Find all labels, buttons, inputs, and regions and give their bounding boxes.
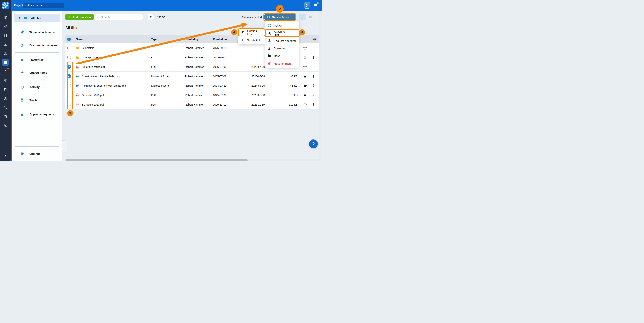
rail-item-tags[interactable]	[2, 23, 9, 30]
created-by: Robert Hammer	[185, 43, 204, 53]
favourite-star-button[interactable]	[303, 55, 307, 60]
sidebar-divider	[15, 146, 59, 147]
scrollbar-thumb[interactable]	[66, 159, 248, 161]
rail-item-flag[interactable]	[2, 86, 9, 93]
column-header-type[interactable]: Type	[151, 35, 157, 43]
sidebar-collapse-button[interactable]	[62, 140, 67, 152]
sidebar-item-label: Favourites	[30, 58, 44, 61]
rail-item-document-edit[interactable]	[2, 32, 9, 39]
row-more-options-button[interactable]	[312, 56, 316, 59]
file-name: Bill of quantities.pdf	[82, 62, 105, 72]
file-size: 30 KB	[266, 72, 298, 81]
favourite-star-button[interactable]	[303, 84, 307, 88]
select-all-checkbox[interactable]	[68, 38, 70, 41]
favourite-star-button[interactable]	[303, 93, 307, 97]
filter-button[interactable]	[148, 14, 154, 20]
sidebar-item-shared-items[interactable]: Shared Items	[14, 68, 60, 77]
menu-item-label: Attach to ticket	[274, 30, 292, 36]
row-more-options-button[interactable]	[312, 75, 316, 78]
bulk-actions-button[interactable]: Bulk actions	[264, 14, 295, 20]
menu-item-request-approval[interactable]: Request approval	[265, 37, 299, 45]
rail-item-pie-chart[interactable]	[2, 104, 9, 111]
sidebar-item-favourites[interactable]: Favourites	[14, 55, 60, 64]
rail-item-stamp[interactable]	[2, 68, 9, 75]
row-more-options-button[interactable]	[312, 93, 316, 97]
sidebar-item-approval-requests[interactable]: Approval requests	[14, 110, 60, 119]
brand-logo-icon[interactable]	[2, 2, 9, 9]
table-row[interactable]: PDFSchedule 2027.pdfPDFRobert Hammer2025…	[65, 100, 319, 109]
more-options-button[interactable]	[315, 14, 318, 20]
rail-item-person[interactable]	[2, 95, 9, 102]
row-checkbox[interactable]	[68, 56, 71, 59]
row-more-options-button[interactable]	[312, 46, 316, 50]
created-on: 2025-11-10	[213, 100, 226, 109]
file-type: -	[151, 43, 152, 53]
project-select[interactable]: Office Complex 11	[23, 3, 64, 8]
favourite-star-button[interactable]	[303, 65, 307, 69]
menu-item-download[interactable]: Download	[265, 45, 299, 52]
table-row[interactable]: WInstructional sheet on work safety.docM…	[65, 81, 319, 91]
rail-item-gauge[interactable]	[2, 14, 9, 20]
chevron-down-icon	[290, 16, 293, 18]
star-icon	[303, 103, 307, 107]
menu-item-move[interactable]: Move	[265, 52, 299, 60]
row-more-options-button[interactable]	[312, 103, 316, 107]
modified-on: 2025-07-08	[252, 72, 265, 81]
submenu-item-new-ticket[interactable]: New ticket	[238, 36, 265, 44]
row-checkbox[interactable]	[68, 75, 71, 78]
paperclip-icon	[20, 30, 24, 34]
sidebar-item-documents-by-layers[interactable]: Documents by layers	[14, 41, 60, 50]
list-view-toggle[interactable]	[299, 14, 306, 20]
modified-on: 2025-07-08	[252, 91, 265, 100]
sidebar-item-all-files[interactable]: All files	[14, 14, 60, 22]
favourite-star-button[interactable]	[303, 46, 307, 50]
rail-item-person-pin[interactable]	[2, 50, 9, 57]
rail-item-chart[interactable]	[2, 41, 9, 48]
file-size: 55 KB	[266, 81, 298, 91]
row-checkbox[interactable]	[68, 46, 71, 50]
created-by: Robert Hammer	[185, 62, 204, 72]
ai-assistant-button[interactable]	[304, 2, 310, 9]
file-type: -	[151, 53, 152, 62]
star-icon	[303, 55, 307, 60]
person-icon	[4, 97, 7, 101]
row-checkbox[interactable]	[68, 84, 71, 87]
column-settings-button[interactable]	[313, 37, 316, 41]
table-row[interactable]: PDFSchedule 2026.pdfPDFRobert Hammer2025…	[65, 91, 319, 100]
stamp-icon	[268, 39, 271, 43]
sidebar-item-activity[interactable]: Activity	[14, 83, 60, 91]
rail-item-clipboard[interactable]	[2, 113, 9, 120]
row-checkbox[interactable]	[68, 65, 71, 69]
page-scrollbar-strip[interactable]	[319, 11, 322, 162]
rail-expand-button[interactable]	[4, 154, 7, 158]
column-header-name[interactable]: Name	[76, 35, 83, 43]
created-on: 2025-09-18	[213, 43, 226, 53]
menu-item-move-to-trash[interactable]: Move to trash	[265, 60, 299, 67]
row-more-options-button[interactable]	[312, 84, 316, 88]
row-more-options-button[interactable]	[312, 65, 316, 69]
rail-item-buildings[interactable]	[2, 77, 9, 84]
favourite-star-button[interactable]	[303, 74, 307, 78]
menu-item-attach-to-ticket[interactable]: Attach to ticket	[264, 29, 300, 37]
bulk-actions-highlight: Bulk actions	[264, 13, 296, 21]
table-row[interactable]: XConstruction schedule 2026.xlsxMicrosof…	[65, 72, 319, 81]
submenu-item-existing-tickets[interactable]: Existing tickets	[238, 29, 266, 36]
grid-view-toggle[interactable]	[307, 14, 314, 20]
chevron-down-icon	[60, 4, 62, 7]
created-on: 2025-10-02	[213, 53, 226, 62]
sidebar-item-settings[interactable]: Settings	[14, 149, 60, 158]
rail-item-folder[interactable]	[2, 59, 9, 66]
column-header-created-by[interactable]: Created by	[185, 35, 198, 43]
row-checkbox[interactable]	[68, 93, 71, 97]
row-checkbox[interactable]	[68, 103, 71, 106]
rail-item-gears[interactable]	[2, 123, 9, 129]
add-new-item-button[interactable]: Add new item	[65, 14, 94, 20]
column-header-created-on[interactable]: Created on	[213, 35, 227, 43]
menu-item-ask-ai[interactable]: Ask AI	[265, 22, 299, 29]
sidebar-item-ticket-attachments[interactable]: Ticket attachments	[14, 28, 60, 37]
sidebar-item-trash[interactable]: Trash	[14, 96, 60, 104]
help-button[interactable]: ?	[309, 139, 318, 148]
favourite-star-button[interactable]	[303, 103, 307, 107]
notification-dot	[316, 2, 318, 4]
search-input[interactable]	[101, 16, 141, 19]
